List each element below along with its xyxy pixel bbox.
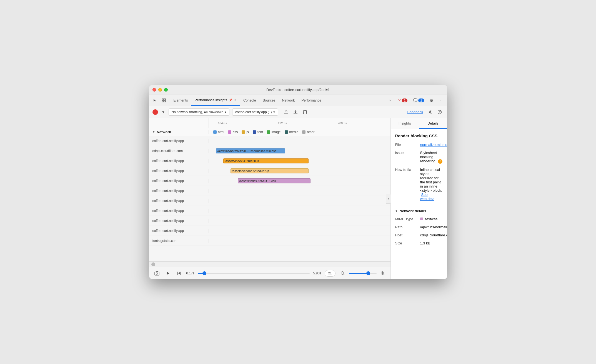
panel-collapse-icon[interactable]: › bbox=[386, 194, 391, 204]
toolbar: ▾ No network throttling, 4× slowdown ▾ c… bbox=[149, 106, 447, 118]
left-panel: 184ms 192ms 200ms ▼ Network html bbox=[149, 118, 391, 279]
network-section-header: ▼ Network html css js bbox=[149, 128, 390, 136]
see-web-dev-link[interactable]: See web.dev. bbox=[420, 193, 434, 201]
help-icon[interactable]: ? bbox=[435, 108, 444, 116]
close-button[interactable] bbox=[152, 88, 156, 92]
detail-label-issue: Issue bbox=[395, 151, 420, 164]
table-row[interactable]: coffee-cart.netlify.app bbox=[149, 216, 390, 226]
traffic-lights bbox=[152, 88, 168, 92]
speed-badge[interactable]: x1 bbox=[325, 270, 335, 277]
timeline-header: 184ms 192ms 200ms bbox=[149, 118, 390, 128]
table-row[interactable]: coffee-cart.netlify.app bbox=[149, 136, 390, 146]
nd-triangle-icon: ▼ bbox=[395, 209, 398, 213]
network-rows: coffee-cart.netlify.app cdnjs.cloudflare… bbox=[149, 136, 390, 261]
zoom-slider[interactable] bbox=[349, 273, 377, 274]
svg-rect-0 bbox=[162, 99, 164, 100]
minimize-button[interactable] bbox=[158, 88, 162, 92]
detail-value-how-to-fix: Inline critical styles required for the … bbox=[420, 168, 443, 201]
settings-gear-icon[interactable] bbox=[426, 108, 434, 116]
toolbar-actions bbox=[282, 108, 309, 116]
message-badge-button[interactable]: 💬 1 bbox=[411, 97, 426, 103]
file-link[interactable]: normalize.min.css bbox=[420, 143, 447, 147]
table-row[interactable]: coffee-cart.netlify.app /assets/vendor.7… bbox=[149, 166, 390, 176]
tab-bar-right: » ✕ 1 💬 1 ⚙ ⋮ bbox=[386, 95, 445, 106]
vendor-js-bar[interactable]: /assets/vendor.728ed0d7.js bbox=[231, 168, 309, 173]
net-row-bar bbox=[209, 236, 390, 246]
net-row-bar: /assets/index.41f18c2b.js bbox=[209, 156, 390, 166]
zoom-thumb[interactable] bbox=[366, 271, 370, 275]
feedback-link[interactable]: Feedback bbox=[407, 110, 423, 114]
play-icon[interactable] bbox=[164, 269, 172, 277]
index-css-bar[interactable]: /assets/index.8d6c6f18.css bbox=[238, 178, 310, 183]
error-badge-button[interactable]: ✕ 1 bbox=[396, 97, 409, 103]
table-row[interactable]: coffee-cart.netlify.app bbox=[149, 206, 390, 216]
detail-value-size: 1.3 kB bbox=[420, 241, 430, 245]
skip-to-start-icon[interactable] bbox=[175, 269, 183, 277]
tab-sources[interactable]: Sources bbox=[259, 95, 279, 106]
throttle-dropdown[interactable]: No network throttling, 4× slowdown ▾ bbox=[169, 108, 229, 116]
network-section-label[interactable]: ▼ Network bbox=[149, 130, 209, 134]
scroll-thumb[interactable] bbox=[151, 262, 155, 266]
legend-image-dot bbox=[267, 130, 270, 134]
detail-value-issue: Stylesheet blocking rendering ! bbox=[420, 151, 443, 164]
record-button[interactable] bbox=[152, 109, 158, 115]
net-row-bar bbox=[209, 136, 390, 146]
dropdown-arrow-icon[interactable]: ▾ bbox=[161, 108, 166, 116]
legend-js-dot bbox=[242, 130, 245, 134]
playback-thumb[interactable] bbox=[202, 271, 206, 275]
table-row[interactable]: fonts.gstatic.com bbox=[149, 236, 390, 246]
upload-icon[interactable] bbox=[282, 108, 290, 116]
playback-slider[interactable] bbox=[198, 273, 310, 274]
tab-details[interactable]: Details bbox=[419, 118, 447, 129]
delete-icon[interactable] bbox=[301, 108, 309, 116]
bottom-bar: 0.17s 5.93s x1 bbox=[149, 267, 390, 279]
zoom-out-icon[interactable] bbox=[339, 269, 347, 277]
detail-label-size: Size bbox=[395, 241, 420, 245]
net-row-bar bbox=[209, 206, 390, 216]
net-row-bar bbox=[209, 226, 390, 236]
table-row[interactable]: cdnjs.cloudflare.com /ajax/libs/normaliz… bbox=[149, 146, 390, 156]
tab-console[interactable]: Console bbox=[240, 95, 259, 106]
tab-performance[interactable]: Performance bbox=[298, 95, 325, 106]
start-time: 0.17s bbox=[186, 271, 194, 275]
net-row-bar: /assets/index.8d6c6f18.css bbox=[209, 176, 390, 186]
normalize-bar[interactable]: /ajax/libs/normalize/8.0.1/normalize.min… bbox=[216, 148, 285, 153]
screenshot-icon[interactable] bbox=[153, 269, 161, 277]
maximize-button[interactable] bbox=[164, 88, 168, 92]
settings-icon[interactable]: ⚙ bbox=[428, 97, 435, 104]
throttle-chevron-icon: ▾ bbox=[225, 110, 226, 114]
end-time: 5.93s bbox=[313, 271, 321, 275]
tab-elements[interactable]: Elements bbox=[170, 95, 191, 106]
table-row[interactable]: coffee-cart.netlify.app bbox=[149, 196, 390, 206]
tab-more[interactable]: » bbox=[386, 98, 394, 102]
error-count: 1 bbox=[402, 98, 407, 102]
legend-media-dot bbox=[285, 130, 288, 134]
table-row[interactable]: coffee-cart.netlify.app /assets/index.41… bbox=[149, 156, 390, 166]
download-icon[interactable] bbox=[291, 108, 300, 116]
svg-rect-9 bbox=[177, 272, 178, 275]
tab-performance-insights[interactable]: Performance insights 📌 × bbox=[191, 95, 240, 106]
legend-font: font bbox=[253, 130, 263, 134]
net-row-bar: /assets/vendor.728ed0d7.js bbox=[209, 166, 390, 176]
tab-network[interactable]: Network bbox=[279, 95, 298, 106]
tab-bar: Elements Performance insights 📌 × Consol… bbox=[149, 95, 447, 106]
tab-close-icon[interactable]: × bbox=[234, 98, 237, 102]
tab-insights[interactable]: Insights bbox=[391, 118, 419, 129]
table-row[interactable]: coffee-cart.netlify.app bbox=[149, 186, 390, 196]
table-row[interactable]: coffee-cart.netlify.app /assets/index.8d… bbox=[149, 176, 390, 186]
url-dropdown[interactable]: coffee-cart.netlify.app (1) ▾ bbox=[232, 108, 278, 116]
network-details-header[interactable]: ▼ Network details bbox=[395, 209, 443, 213]
table-row[interactable]: coffee-cart.netlify.app bbox=[149, 226, 390, 236]
index-js-bar[interactable]: /assets/index.41f18c2b.js bbox=[223, 158, 309, 163]
cursor-icon[interactable] bbox=[151, 97, 159, 104]
inspect-icon[interactable] bbox=[160, 97, 167, 104]
detail-row-file: File normalize.min.css bbox=[395, 143, 443, 147]
more-options-icon[interactable]: ⋮ bbox=[437, 97, 445, 104]
legend-image: image bbox=[267, 130, 281, 134]
url-chevron-icon: ▾ bbox=[273, 110, 275, 114]
net-row-label: coffee-cart.netlify.app bbox=[149, 159, 209, 163]
warning-icon: ! bbox=[438, 159, 442, 164]
svg-rect-7 bbox=[155, 272, 159, 275]
zoom-in-icon[interactable] bbox=[379, 269, 387, 277]
net-row-bar bbox=[209, 216, 390, 226]
